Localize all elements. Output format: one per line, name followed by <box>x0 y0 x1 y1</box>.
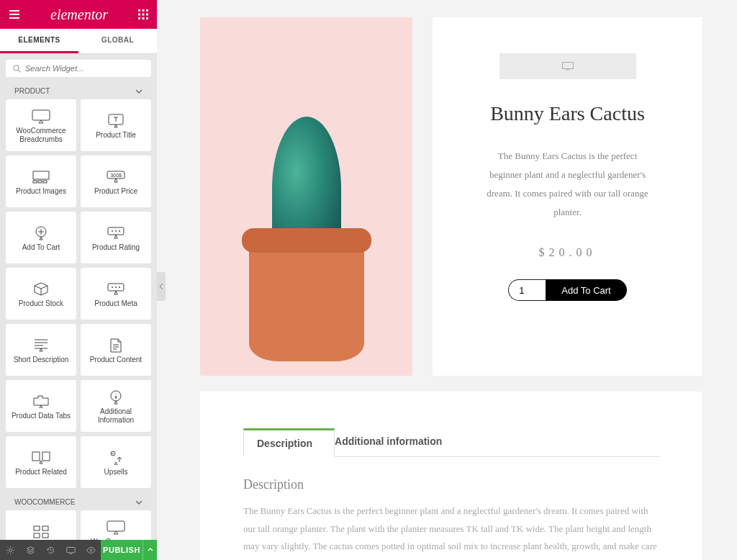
history-icon[interactable] <box>40 540 60 560</box>
widget-woocommerce-breadcrumbs-2[interactable]: WooCommerce Breadcrumbs <box>81 510 151 540</box>
rating-icon <box>107 223 125 243</box>
svg-rect-32 <box>42 526 48 530</box>
section-woocommerce[interactable]: WOOCOMMERCE <box>6 494 151 510</box>
chevron-down-icon <box>135 88 143 95</box>
svg-point-26 <box>119 286 120 288</box>
widget-label: Product Data Tabs <box>12 412 71 420</box>
svg-point-21 <box>115 230 117 232</box>
info-icon <box>109 387 123 407</box>
add-to-cart-button[interactable]: Add To Cart <box>546 279 626 301</box>
quantity-input[interactable] <box>508 279 546 301</box>
widget-woocommerce-breadcrumbs[interactable]: WooCommerce Breadcrumbs <box>6 99 76 151</box>
widget-product-content[interactable]: Product Content <box>81 324 151 376</box>
widget-upsells[interactable]: Upsells <box>81 436 151 488</box>
search-box <box>6 60 151 77</box>
widgets-grid-product: WooCommerce Breadcrumbs Product Title Pr… <box>6 99 151 488</box>
footer-icons <box>0 540 101 560</box>
elementor-panel: elementor ELEMENTS GLOBAL PRODUCT <box>0 0 157 560</box>
cactus-illustration <box>249 228 364 376</box>
widget-short-description[interactable]: Short Description <box>6 324 76 376</box>
svg-rect-6 <box>138 17 140 19</box>
product-data-tabs-section: Description Additional information Descr… <box>200 392 702 560</box>
data-tabs-icon <box>33 392 49 412</box>
section-label: WOOCOMMERCE <box>14 498 75 506</box>
widget-label: Add To Cart <box>22 243 60 252</box>
tab-description[interactable]: Description <box>243 428 335 457</box>
content-icon <box>110 335 122 356</box>
panel-footer: PUBLISH <box>0 540 157 560</box>
widget-label: Product Images <box>16 187 66 196</box>
svg-rect-7 <box>142 17 144 19</box>
breadcrumbs-icon <box>32 107 50 127</box>
widgets-grid-woo: Products WooCommerce Breadcrumbs <box>6 510 151 540</box>
svg-rect-5 <box>146 14 148 16</box>
meta-icon <box>107 279 125 299</box>
widget-products[interactable]: Products <box>6 510 76 540</box>
widget-product-price[interactable]: 360$ Product Price <box>81 155 151 207</box>
svg-rect-39 <box>562 63 573 69</box>
svg-rect-8 <box>146 17 148 19</box>
widget-label: Product Related <box>15 468 67 477</box>
widget-product-data-tabs[interactable]: Product Data Tabs <box>6 380 76 432</box>
product-row: Bunny Ears Cactus The Bunny Ears Cactus … <box>200 17 702 376</box>
menu-icon[interactable] <box>9 9 20 20</box>
widget-label: Product Title <box>96 131 136 140</box>
preview-canvas[interactable]: Bunny Ears Cactus The Bunny Ears Cactus … <box>157 0 737 560</box>
svg-rect-33 <box>34 533 40 538</box>
svg-rect-4 <box>142 14 144 16</box>
content-tabs: Description Additional information <box>243 428 659 457</box>
svg-rect-28 <box>32 452 40 461</box>
svg-rect-29 <box>42 452 50 461</box>
layers-icon[interactable] <box>20 540 40 560</box>
tab-elements[interactable]: ELEMENTS <box>0 29 78 53</box>
products-icon <box>33 522 49 540</box>
brand-logo: elementor <box>50 6 108 23</box>
title-icon <box>108 111 124 131</box>
tab-global[interactable]: GLOBAL <box>78 29 157 53</box>
breadcrumbs-icon <box>107 518 125 538</box>
product-info-card: Bunny Ears Cactus The Bunny Ears Cactus … <box>433 17 702 376</box>
widget-additional-information[interactable]: Additional Information <box>81 380 151 432</box>
widget-label: WooCommerce Breadcrumbs <box>9 127 73 144</box>
section-product[interactable]: PRODUCT <box>6 83 151 99</box>
publish-options-caret[interactable] <box>143 540 157 560</box>
images-icon <box>32 167 50 187</box>
responsive-icon[interactable] <box>60 540 81 560</box>
svg-rect-31 <box>34 526 40 530</box>
widget-product-related[interactable]: Product Related <box>6 436 76 488</box>
widget-product-title[interactable]: Product Title <box>81 99 151 151</box>
settings-icon[interactable] <box>0 540 20 560</box>
widget-product-images[interactable]: Product Images <box>6 155 76 207</box>
svg-rect-3 <box>138 14 140 16</box>
svg-rect-2 <box>146 9 148 12</box>
svg-point-20 <box>112 230 113 232</box>
product-price: $20.00 <box>539 246 597 259</box>
widget-label: Product Content <box>90 356 142 364</box>
tab-additional-info[interactable]: Additional information <box>335 428 455 457</box>
widget-label: Product Rating <box>92 243 140 252</box>
preview-icon[interactable] <box>81 540 101 560</box>
apps-icon[interactable] <box>138 9 148 19</box>
placeholder-icon <box>562 62 574 71</box>
svg-point-25 <box>115 286 117 288</box>
svg-text:360$: 360$ <box>110 173 122 178</box>
short-desc-icon <box>34 335 48 356</box>
widget-label: Product Price <box>94 187 137 196</box>
collapse-handle[interactable] <box>157 272 166 301</box>
publish-button[interactable]: PUBLISH <box>101 540 143 560</box>
product-title: Bunny Ears Cactus <box>490 101 645 127</box>
widget-add-to-cart[interactable]: Add To Cart <box>6 212 76 263</box>
svg-rect-14 <box>38 181 42 183</box>
svg-rect-15 <box>43 181 47 183</box>
widget-label: Upsells <box>104 468 128 477</box>
widget-product-stock[interactable]: Product Stock <box>6 268 76 320</box>
svg-rect-13 <box>33 181 37 183</box>
svg-rect-34 <box>42 533 48 538</box>
panel-tabs: ELEMENTS GLOBAL <box>0 29 157 54</box>
widgets-scroll[interactable]: PRODUCT WooCommerce Breadcrumbs Product … <box>0 83 157 540</box>
widget-product-meta[interactable]: Product Meta <box>81 268 151 320</box>
search-input[interactable] <box>25 64 144 73</box>
widget-product-rating[interactable]: Product Rating <box>81 212 151 263</box>
add-to-cart-row: Add To Cart <box>508 279 626 301</box>
panel-header: elementor <box>0 0 157 29</box>
